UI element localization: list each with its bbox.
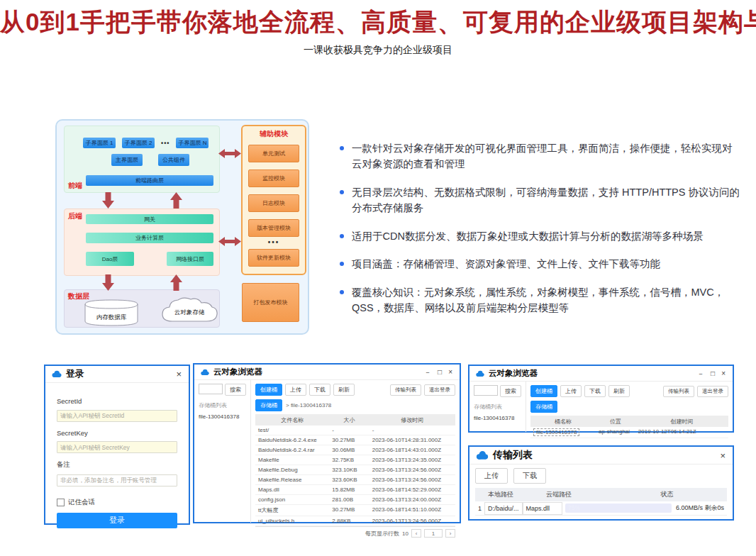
secretid-field[interactable]	[57, 410, 177, 422]
note-label: 备注	[57, 460, 177, 469]
remote-path-cell: Maps.dll	[523, 502, 562, 515]
up-arrow-data-backend	[170, 274, 182, 291]
bucket-root-button[interactable]: 存储桶	[255, 399, 282, 411]
window-title: 登录	[66, 368, 84, 380]
svg-text:云对象存储: 云对象存储	[174, 308, 205, 316]
create-bucket-button[interactable]: 创建桶	[255, 384, 282, 396]
minimize-icon[interactable]: －	[423, 367, 433, 377]
ellipsis-dots: •••	[268, 240, 280, 245]
diagram-box-log-module: 日志模块	[248, 194, 299, 212]
logout-button[interactable]: 退出登录	[424, 384, 455, 396]
bullet-text: 覆盖核心知识：元对象系统，属性系统，对象树模型，事件系统，信号槽，MVC，QSS…	[352, 284, 740, 316]
minimize-icon[interactable]: －	[696, 369, 706, 379]
table-row[interactable]: file-1300416378 ap-shanghai 2019-10-12T0…	[530, 427, 728, 438]
remember-session-checkbox[interactable]	[57, 499, 65, 506]
col-ctime: 创建时间	[635, 416, 728, 427]
window-title-bar: 云对象浏览器 － □ ×	[469, 366, 733, 382]
transfer-speed-label: 6.00MB/s 剩余0s	[676, 504, 724, 513]
current-page-field[interactable]: 1	[424, 529, 443, 538]
window-title: 云对象浏览器	[489, 368, 538, 379]
table-row[interactable]: BaiduNetdisk-6.2.4.rar30.06MB2023-06-18T…	[255, 445, 455, 455]
download-button[interactable]: 下载	[584, 385, 606, 397]
local-path-cell: D:/baidu/...	[484, 502, 523, 515]
double-arrow-backend-aux	[218, 237, 241, 246]
transfer-list-button[interactable]: 传输列表	[390, 384, 421, 396]
cloud-icon	[200, 369, 210, 376]
next-page-button[interactable]: ›	[445, 529, 455, 538]
refresh-button[interactable]: 刷新	[333, 384, 355, 396]
table-row[interactable]: config.json281.00B2023-06-13T13:24:00.00…	[255, 495, 455, 505]
bucket-list-item[interactable]: file-1300416378	[474, 415, 521, 421]
upload-button[interactable]: 上传	[285, 384, 306, 396]
table-row[interactable]: test/--	[255, 426, 455, 435]
col-bucket-name: 桶名称	[530, 416, 596, 427]
bullet-dot-icon	[340, 146, 344, 150]
page-subtitle: 一课收获极具竞争力的企业级项目	[0, 44, 756, 57]
breadcrumb-path: > file-1300416378	[286, 402, 331, 408]
backend-zone-label: 后端	[68, 211, 82, 221]
col-location: 位置	[596, 416, 635, 427]
table-row[interactable]: tt大幅度30.27MB2023-06-18T14:51:10.000Z	[255, 505, 455, 516]
secretkey-field[interactable]	[57, 441, 177, 453]
cloud-icon	[51, 370, 62, 378]
toolbar: 创建桶 上传 下载 刷新 传输列表 退出登录	[255, 384, 455, 396]
diagram-box-sub-ui-n: 子界面层 N	[176, 138, 209, 148]
search-button[interactable]: 搜索	[225, 384, 246, 396]
upload-tab-button[interactable]: 上传	[475, 468, 508, 484]
window-title: 传输列表	[493, 449, 533, 462]
login-window: 登录 × SecretId SecretKey 备注 记住会话 登录	[44, 365, 190, 525]
bucket-root-button[interactable]: 存储桶	[530, 401, 557, 413]
transfer-list-button[interactable]: 传输列表	[663, 386, 694, 397]
list-item: 一款针对云对象存储开发的可视化界面管理工具，界面简洁，操作便捷，轻松实现对云对象…	[340, 140, 740, 172]
prev-page-button[interactable]: ‹	[411, 529, 421, 538]
maximize-icon[interactable]: □	[436, 368, 443, 376]
transfer-row[interactable]: 1 D:/baidu/... Maps.dll 75% 6.00MB/s 剩余0…	[475, 501, 727, 516]
page-size-label: 每页显示行数	[365, 530, 399, 538]
diagram-box-unit-test: 单元测试	[248, 145, 299, 162]
aux-modules-title: 辅助模块	[260, 129, 288, 139]
table-row[interactable]: Makefile.Debug323.10KB2023-06-13T13:24:5…	[255, 465, 455, 475]
refresh-button[interactable]: 刷新	[608, 385, 630, 397]
download-tab-button[interactable]: 下载	[513, 468, 546, 484]
ellipsis-dots: •••	[161, 140, 169, 147]
search-button[interactable]: 搜索	[500, 385, 521, 397]
table-header: 文件名称 大小 修改时间	[255, 414, 455, 426]
progress-percent-label: 75%	[568, 504, 580, 513]
close-icon[interactable]: ×	[174, 369, 183, 379]
col-name: 文件名称	[255, 414, 329, 426]
table-row[interactable]: BaiduNetdisk-6.2.4.exe30.27MB2023-06-10T…	[255, 435, 455, 445]
table-row[interactable]: ui_uibuckets.h2.88KB2023-06-13T13:24:56.…	[255, 516, 455, 526]
search-input[interactable]	[199, 384, 223, 394]
object-browser-files-window: 云对象浏览器 － □ × 搜索 存储桶列表 file-1300416378 创建…	[193, 363, 461, 523]
upload-button[interactable]: 上传	[560, 385, 582, 397]
cloud-object-storage-icon: 云对象存储	[157, 296, 221, 327]
down-arrow-frontend-backend	[102, 192, 114, 208]
feature-bullet-list: 一款针对云对象存储开发的可视化界面管理工具，界面简洁，操作便捷，轻松实现对云对象…	[340, 140, 740, 328]
close-icon[interactable]: ×	[447, 368, 454, 376]
table-row[interactable]: Makefile.Release323.60KB2023-06-13T13:24…	[255, 475, 455, 485]
frontend-zone: 子界面层 1 子界面层 2 ••• 子界面层 N 主界面层 公共组件 前端路由层…	[64, 126, 220, 193]
download-button[interactable]: 下载	[309, 384, 330, 396]
breadcrumb: 存储桶 > file-1300416378	[255, 399, 455, 411]
pagination: 每页显示行数 10 ‹ 1 ›	[255, 526, 455, 538]
logout-button[interactable]: 退出登录	[697, 386, 728, 397]
double-arrow-frontend-aux	[218, 149, 241, 158]
table-row[interactable]: Maps.dll15.82MB2023-06-18T14:52:29.000Z	[255, 485, 455, 495]
maximize-icon[interactable]: □	[709, 369, 716, 377]
up-arrow-backend-frontend	[170, 192, 182, 208]
bucket-list-item[interactable]: file-1300416378	[199, 413, 246, 420]
login-button[interactable]: 登录	[57, 513, 177, 528]
table-row[interactable]: Makefile32.75KB2023-06-13T13:24:35.000Z	[255, 455, 455, 465]
bucket-name-cell[interactable]: file-1300416378	[533, 428, 579, 436]
close-icon[interactable]: ×	[720, 369, 727, 377]
create-bucket-button[interactable]: 创建桶	[530, 385, 557, 397]
note-field[interactable]	[57, 474, 177, 486]
transfer-list-window: 传输列表 × 上传 下载 本地路径 云端路径 状态 1 D:/baidu/...…	[468, 445, 734, 521]
close-icon[interactable]: ×	[718, 450, 727, 461]
bucket-sidebar: 搜索 存储桶列表 file-1300416378	[194, 380, 251, 523]
window-title-bar: 传输列表 ×	[469, 447, 733, 465]
search-input[interactable]	[474, 385, 498, 396]
diagram-box-monitor-module: 监控模块	[248, 169, 299, 187]
login-title-bar: 登录 ×	[45, 366, 189, 383]
list-item: 适用于CDN数据分发、数据万象处理或大数据计算与分析的数据湖等多种场景	[340, 228, 740, 244]
